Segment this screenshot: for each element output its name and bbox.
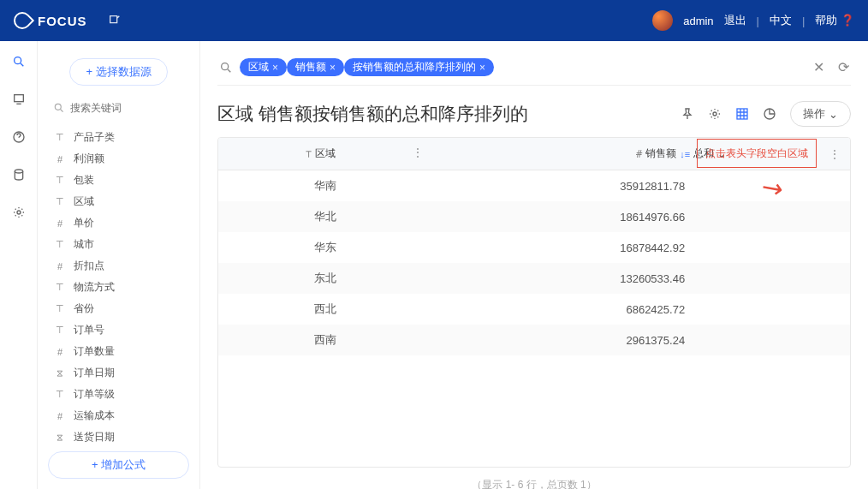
edit-icon[interactable] (108, 14, 122, 27)
column-header-region[interactable]: ⊤ 区域 ⋮ (218, 138, 433, 170)
table-row[interactable]: 西南2961375.24 (218, 325, 850, 355)
select-datasource-button[interactable]: + 选择数据源 (69, 58, 167, 86)
column-menu-icon[interactable]: ⋮ (829, 148, 840, 160)
logout-link[interactable]: 退出 (724, 13, 746, 28)
field-label: 省份 (74, 301, 94, 316)
column-header-blank[interactable]: . ⋮ (736, 138, 850, 170)
language-link[interactable]: 中文 (770, 13, 792, 28)
field-type-icon: # (53, 411, 67, 421)
cell-region: 华北 (218, 201, 433, 232)
chip-remove-icon[interactable]: × (272, 62, 278, 74)
field-label: 折扣点 (74, 259, 104, 273)
field-item[interactable]: #运输成本 (48, 405, 189, 426)
field-type-icon: ⊤ (53, 325, 67, 336)
cell-region: 西北 (218, 294, 433, 325)
page-title: 区域 销售额按销售额的总和降序排列的 (217, 102, 528, 126)
field-item[interactable]: ⧖送货日期 (48, 426, 189, 448)
chip-remove-icon[interactable]: × (330, 62, 336, 74)
chart-view-icon[interactable] (763, 107, 776, 121)
field-type-icon: # (53, 154, 67, 164)
field-label: 区域 (74, 194, 94, 209)
operate-button[interactable]: 操作 ⌄ (790, 101, 851, 127)
chip-label: 销售额 (295, 60, 326, 75)
field-type-icon: ⊤ (53, 132, 67, 143)
sidebar-search[interactable] (48, 98, 189, 118)
table-row[interactable]: 华东16878442.92 (218, 232, 850, 263)
field-label: 物流方式 (74, 280, 115, 295)
field-type-icon: ⊤ (53, 239, 67, 250)
cell-sales: 35912811.78 (433, 170, 736, 202)
query-chip[interactable]: 销售额 × (287, 58, 344, 76)
rail-data-icon[interactable] (10, 166, 27, 183)
rail-search-icon[interactable] (10, 53, 27, 70)
chip-remove-icon[interactable]: × (479, 62, 485, 74)
cell-sales: 2961375.24 (433, 325, 736, 355)
table-row[interactable]: 华南35912811.78 (218, 170, 850, 202)
field-type-icon: ⧖ (53, 367, 67, 379)
add-formula-button[interactable]: + 增加公式 (48, 451, 189, 479)
cell-region: 华南 (218, 170, 433, 202)
gear-icon[interactable] (708, 107, 722, 121)
field-label: 订单等级 (74, 387, 115, 402)
svg-point-7 (713, 112, 716, 116)
cell-region: 东北 (218, 263, 433, 294)
cell-region: 华东 (218, 232, 433, 263)
clear-query-icon[interactable]: ✕ (813, 59, 824, 75)
search-icon (53, 101, 65, 115)
rail-help-icon[interactable] (10, 128, 27, 146)
brand-logo: FOCUS (14, 12, 87, 29)
refresh-icon[interactable]: ⟳ (838, 59, 849, 75)
pin-icon[interactable] (681, 107, 694, 121)
field-label: 订单号 (74, 323, 104, 337)
field-label: 送货日期 (74, 430, 115, 444)
chip-label: 区域 (248, 60, 269, 75)
table-row[interactable]: 华北18614976.66 (218, 201, 850, 232)
separator: | (802, 15, 805, 27)
field-item[interactable]: ⧖订单日期 (48, 362, 189, 384)
table-row[interactable]: 西北6862425.72 (218, 294, 850, 325)
field-item[interactable]: ⊤区域 (48, 191, 189, 212)
avatar[interactable] (652, 10, 673, 31)
field-label: 订单数量 (74, 344, 115, 359)
sort-desc-icon: ↓≡ (680, 149, 690, 159)
separator: | (757, 15, 759, 27)
cell-sales: 13260533.46 (433, 263, 736, 294)
column-header-sales[interactable]: # 销售额 ↓≡ 总和 ⌄ (433, 138, 736, 170)
field-type-icon: ⊤ (53, 389, 67, 400)
field-item[interactable]: ⊤城市 (48, 234, 189, 255)
field-item[interactable]: #单价 (48, 212, 189, 234)
field-item[interactable]: ⊤包装 (48, 170, 189, 191)
column-menu-icon[interactable]: ⋮ (413, 146, 423, 158)
field-item[interactable]: ⊤订单号 (48, 319, 189, 341)
field-label: 运输成本 (74, 408, 115, 423)
username[interactable]: admin (683, 15, 713, 27)
rail-dashboard-icon[interactable] (10, 91, 27, 108)
field-label: 城市 (74, 237, 94, 252)
brand-text: FOCUS (38, 14, 87, 28)
field-item[interactable]: #折扣点 (48, 255, 189, 277)
svg-point-5 (55, 104, 61, 110)
field-item[interactable]: #订单数量 (48, 341, 189, 362)
field-item[interactable]: #利润额 (48, 148, 189, 170)
field-type-icon: # (53, 218, 67, 229)
svg-rect-8 (737, 109, 747, 119)
pagination-info: （显示 1- 6 行，总页数 1） (217, 478, 851, 489)
field-item[interactable]: ⊤物流方式 (48, 277, 189, 298)
field-type-icon: ⧖ (53, 432, 67, 443)
svg-rect-1 (14, 95, 23, 102)
query-chip[interactable]: 区域 × (240, 58, 287, 76)
table-view-icon[interactable] (735, 107, 749, 121)
query-chip[interactable]: 按销售额的总和降序排列的 × (344, 58, 494, 76)
field-item[interactable]: ⊤产品子类 (48, 127, 189, 148)
svg-point-3 (15, 170, 22, 173)
help-link[interactable]: 帮助 ❓ (815, 13, 854, 28)
field-type-icon: ⊤ (53, 196, 67, 207)
field-item[interactable]: ⊤省份 (48, 298, 189, 319)
chevron-down-icon: ⌄ (829, 108, 838, 121)
cell-sales: 6862425.72 (433, 294, 736, 325)
table-row[interactable]: 东北13260533.46 (218, 263, 850, 294)
field-type-icon: ⊤ (53, 175, 67, 186)
rail-settings-icon[interactable] (10, 204, 27, 221)
field-item[interactable]: ⊤订单等级 (48, 384, 189, 405)
sidebar-search-input[interactable] (70, 102, 184, 114)
